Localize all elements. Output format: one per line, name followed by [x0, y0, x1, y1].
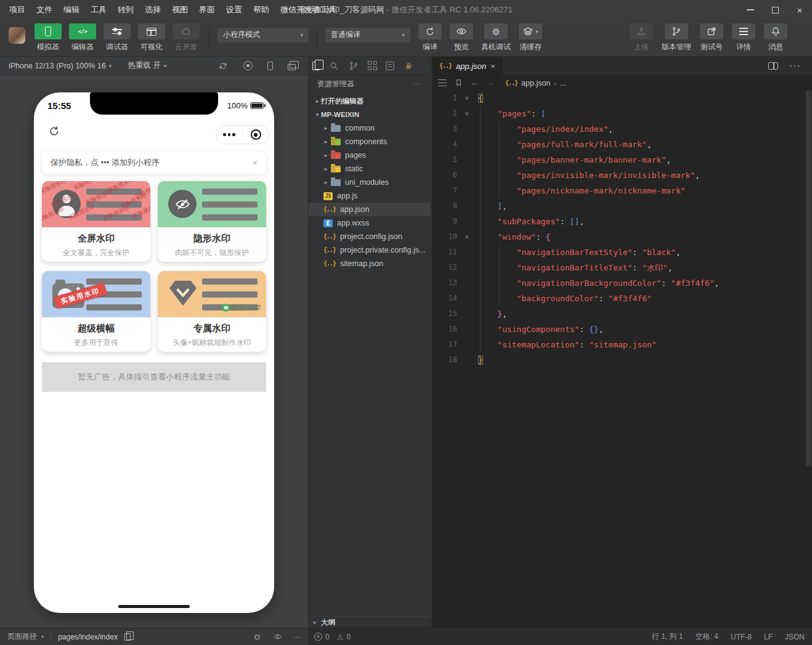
test-account-button[interactable]: 测试号 [700, 23, 723, 52]
line-number: 2 [432, 106, 460, 121]
scrollbar[interactable] [806, 91, 811, 466]
menu-item[interactable]: 选择 [139, 0, 166, 20]
hot-reload-toggle[interactable]: 热重载 开 ▾ [128, 60, 166, 71]
tree-item-pages[interactable]: ▸pages [309, 148, 431, 162]
more-icon[interactable]: ··· [293, 633, 301, 641]
tree-item-app.js[interactable]: JSapp.js [309, 189, 431, 203]
version-control-icon[interactable] [348, 60, 359, 71]
device-select[interactable]: iPhone 12/13 (Pro) 100% 16 ▾ [9, 62, 112, 70]
more-icon[interactable]: ··· [789, 60, 801, 71]
cloud-dev-button[interactable]: 云开发 [171, 23, 201, 52]
search-icon[interactable] [328, 60, 339, 71]
forward-arrow-icon[interactable]: → [486, 78, 494, 87]
debug-icon[interactable] [253, 632, 262, 641]
split-editor-icon[interactable] [768, 62, 778, 70]
tree-item-app.json[interactable]: {..}app.json [309, 203, 431, 216]
page-refresh-icon[interactable] [47, 124, 61, 140]
fold-chevron-icon[interactable]: ∨ [460, 106, 473, 121]
device-icon[interactable] [267, 60, 273, 71]
more-dots-icon[interactable] [216, 133, 242, 136]
tab-app-json[interactable]: {..} app.json × [432, 57, 503, 75]
tree-section-mp-weixin[interactable]: ▾MP-WEIXIN [309, 108, 431, 121]
code-token: : [632, 248, 642, 257]
feature-card[interactable]: 隐形水印肉眼不可见，隐形保护 [158, 181, 266, 262]
explorer-icon[interactable] [315, 62, 320, 70]
breadcrumb-more[interactable]: ... [560, 79, 566, 87]
feature-card[interactable]: 隐私水印专属水印头像+昵称就能制作水印 [158, 271, 266, 352]
visualization-button[interactable]: 可视化 [137, 23, 166, 52]
menu-item[interactable]: 设置 [221, 0, 248, 20]
phone-mockup: 15:55 100% 保护隐私，点 ••• 添加到小程序 × 实验用水印实验用水… [34, 92, 274, 613]
notes-icon[interactable] [386, 62, 394, 70]
tree-item-sitemap.json[interactable]: {..}sitemap.json [309, 257, 431, 270]
back-arrow-icon[interactable]: ← [471, 78, 479, 87]
menu-item[interactable]: 界面 [193, 0, 221, 20]
fold-chevron-icon[interactable]: ∨ [460, 91, 473, 106]
multi-window-icon[interactable] [288, 60, 296, 71]
rotate-icon[interactable] [217, 60, 229, 71]
breadcrumb-file[interactable]: {..} app.json › ... [505, 79, 566, 87]
page-path-label[interactable]: 页面路径 [7, 631, 37, 642]
code-line: 15 }, [432, 306, 812, 322]
maximize-button[interactable] [763, 0, 787, 20]
outline-section[interactable]: ▸ 大纲 [309, 616, 431, 628]
messages-button[interactable]: 消息 [764, 23, 787, 52]
menu-item[interactable]: 转到 [112, 0, 139, 20]
copy-icon[interactable] [122, 633, 131, 641]
tree-section-[interactable]: ▸打开的编辑器 [309, 94, 431, 108]
menu-item[interactable]: 项目 [4, 0, 31, 20]
screen-record-icon[interactable] [243, 60, 253, 71]
problems-bar[interactable]: 0 ⚠ 0 [308, 628, 431, 645]
menu-item[interactable]: 视图 [166, 0, 193, 20]
compile-button[interactable]: 编译 [418, 23, 442, 52]
debugger-button[interactable]: 调试器 [102, 23, 132, 52]
code-token: , [666, 155, 671, 164]
tree-item-common[interactable]: ▸common [309, 121, 431, 135]
feature-card[interactable]: 实验用水印实验用水印实验用水印实验用水印实验用水印实验用水印实验用水印实验用水印… [42, 181, 150, 262]
remote-debug-button[interactable]: 真机调试 [481, 23, 511, 52]
plugin-icon[interactable] [403, 60, 414, 71]
tree-item-components[interactable]: ▸components [309, 135, 431, 148]
extensions-icon[interactable] [368, 61, 377, 70]
code-token [478, 124, 517, 134]
eol-setting[interactable]: LF [764, 633, 773, 641]
capsule-menu[interactable] [216, 125, 269, 144]
cursor-position[interactable]: 行 1, 列 1 [652, 631, 683, 642]
menu-item[interactable]: 文件 [31, 0, 58, 20]
close-tab-icon[interactable]: × [490, 62, 495, 71]
code-area[interactable]: 1∨{2∨ "pages": [3 "pages/index/index",4 … [432, 91, 812, 628]
tree-item-project.private.config.js...[interactable]: {..}project.private.config.js... [309, 243, 431, 257]
language-mode[interactable]: JSON [785, 633, 805, 641]
indent-setting[interactable]: 空格: 4 [696, 631, 718, 642]
fold-chevron-icon[interactable]: ∨ [460, 229, 473, 245]
close-icon[interactable]: × [253, 158, 258, 168]
minimize-target-icon[interactable] [243, 129, 269, 140]
menu-item[interactable]: 帮助 [248, 0, 275, 20]
eye-icon[interactable] [273, 632, 282, 641]
upload-button[interactable]: 上传 [630, 23, 653, 52]
menu-item[interactable]: 编辑 [58, 0, 85, 20]
user-avatar[interactable] [9, 27, 25, 44]
preview-button[interactable]: 预览 [450, 23, 473, 52]
simulator-button[interactable]: 模拟器 [33, 23, 63, 52]
mode-select[interactable]: 小程序模式 ▾ [217, 28, 309, 43]
minimize-button[interactable] [738, 0, 763, 20]
encoding[interactable]: UTF-8 [731, 633, 752, 641]
editor-button[interactable]: </>编辑器 [68, 23, 97, 52]
details-button[interactable]: 详情 [732, 23, 755, 52]
more-icon[interactable]: ··· [413, 79, 422, 88]
close-button[interactable]: × [787, 0, 812, 20]
compile-mode-select[interactable]: 普通编译 ▾ [325, 28, 410, 43]
clear-cache-button[interactable]: ▾清缓存 [519, 23, 542, 52]
menu-item[interactable]: 工具 [85, 0, 112, 20]
tree-item-static[interactable]: ▸static [309, 162, 431, 176]
feature-card[interactable]: 实验用水印超级横幅更多用于宣传 [42, 271, 150, 352]
tree-item-app.wxss[interactable]: 3app.wxss [309, 216, 431, 230]
gutter-space [460, 152, 473, 168]
bookmark-icon[interactable] [454, 78, 463, 87]
tree-item-project.config.json[interactable]: {..}project.config.json [309, 230, 431, 243]
version-control-button[interactable]: 版本管理 [662, 23, 691, 52]
menu-item[interactable]: 微信开发者工具 [275, 0, 342, 20]
tree-item-uni_modules[interactable]: ▸uni_modules [309, 176, 431, 189]
outline-list-icon[interactable] [438, 83, 447, 84]
